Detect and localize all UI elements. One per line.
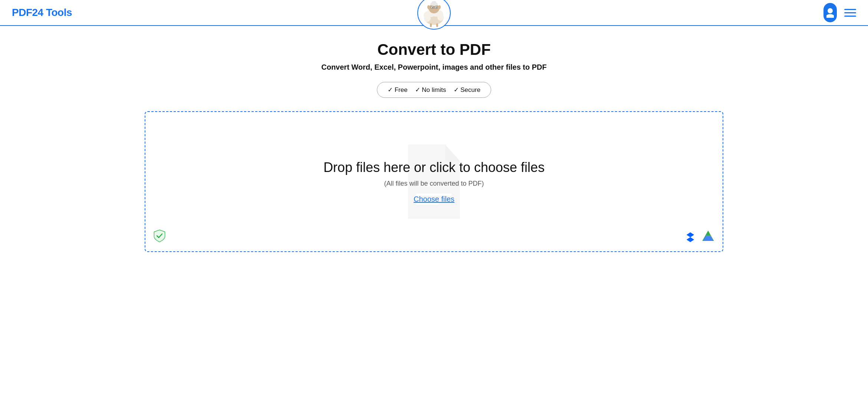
header: PDF24 Tools xyxy=(0,0,868,26)
logo[interactable]: PDF24 Tools xyxy=(12,7,72,19)
drop-zone-title: Drop files here or click to choose files xyxy=(323,160,545,175)
mascot-container xyxy=(417,0,451,30)
page-title: Convert to PDF xyxy=(377,41,491,59)
cloud-services xyxy=(683,230,715,245)
drop-zone-subtitle: (All files will be converted to PDF) xyxy=(384,180,484,188)
user-icon[interactable] xyxy=(823,3,837,22)
mascot-circle xyxy=(417,0,451,30)
feature-free: ✓ Free xyxy=(388,86,408,94)
header-actions xyxy=(823,3,856,22)
svg-point-6 xyxy=(424,15,431,22)
svg-rect-20 xyxy=(432,1,436,5)
choose-files-button[interactable]: Choose files xyxy=(414,195,454,203)
google-drive-icon[interactable] xyxy=(701,230,715,245)
page-subtitle: Convert Word, Excel, Powerpoint, images … xyxy=(321,63,547,72)
shield-icon xyxy=(153,229,166,244)
feature-secure: ✓ Secure xyxy=(454,86,481,94)
dropbox-icon[interactable] xyxy=(683,230,697,245)
svg-rect-16 xyxy=(436,23,438,27)
svg-point-22 xyxy=(826,14,834,18)
drop-zone[interactable]: Drop files here or click to choose files… xyxy=(145,111,723,252)
feature-no-limits: ✓ No limits xyxy=(415,86,446,94)
svg-point-21 xyxy=(828,8,833,13)
menu-button[interactable] xyxy=(844,9,856,17)
svg-rect-15 xyxy=(430,23,432,27)
svg-point-5 xyxy=(437,14,444,21)
security-badge xyxy=(153,229,166,244)
main-content: Convert to PDF Convert Word, Excel, Powe… xyxy=(0,26,868,274)
user-avatar-icon xyxy=(826,7,834,18)
sheep-mascot xyxy=(419,0,449,28)
svg-point-11 xyxy=(435,7,436,8)
features-badge: ✓ Free ✓ No limits ✓ Secure xyxy=(377,82,491,98)
svg-point-10 xyxy=(432,7,433,8)
